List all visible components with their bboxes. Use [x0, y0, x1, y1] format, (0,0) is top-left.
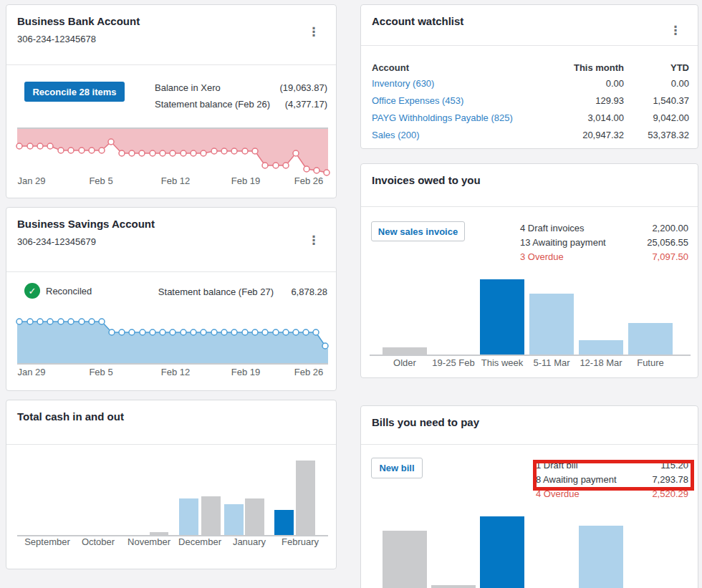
new-bill-button[interactable]: New bill — [371, 458, 423, 478]
card-title: Business Savings Account — [17, 218, 155, 230]
watchlist-row: PAYG Withholdings Payable (825) 3,014.00… — [372, 112, 689, 124]
invoices-owed-card: Invoices owed to you New sales invoice 4… — [360, 163, 698, 378]
reconcile-button[interactable]: Reconcile 28 items — [24, 82, 125, 102]
overdue-value: 2,520.29 — [652, 488, 688, 500]
watchlist-row: Sales (200) 20,947.32 53,378.32 — [372, 129, 689, 141]
awaiting-payment-row: 13 Awaiting payment 25,056.55 — [520, 237, 688, 249]
divider — [361, 444, 698, 445]
balance-label: Balance in Xero — [155, 82, 221, 94]
awaiting-payment-label: 13 Awaiting payment — [520, 237, 606, 249]
account-watchlist-card: Account watchlist ⋮ Account This month Y… — [360, 4, 698, 149]
svg-text:December: December — [178, 536, 222, 547]
awaiting-payment-row: 8 Awaiting payment 7,293.78 — [536, 474, 688, 486]
card-title: Invoices owed to you — [372, 174, 481, 186]
divider — [361, 206, 698, 207]
draft-invoices-row: 4 Draft invoices 2,200.00 — [520, 223, 688, 234]
this-month-value: 3,014.00 — [587, 112, 624, 124]
svg-text:Jan 29: Jan 29 — [17, 367, 45, 377]
watchlist-row: Office Expenses (453) 129.93 1,540.37 — [372, 95, 689, 107]
svg-text:Feb 12: Feb 12 — [161, 175, 190, 186]
ytd-value: 1,540.37 — [653, 95, 689, 107]
card-title: Bills you need to pay — [372, 416, 479, 428]
draft-invoices-label: 4 Draft invoices — [520, 223, 585, 234]
svg-text:Feb 26: Feb 26 — [294, 367, 323, 377]
divider — [361, 45, 698, 46]
account-link[interactable]: PAYG Withholdings Payable (825) — [372, 112, 513, 124]
overdue-value: 7,097.50 — [652, 251, 688, 263]
svg-text:Jan 29: Jan 29 — [17, 175, 45, 186]
xero-dashboard: Business Bank Account ⋮ 306-234-12345678… — [0, 0, 702, 588]
bills-bar-chart — [370, 509, 691, 588]
svg-text:Older: Older — [393, 357, 416, 368]
svg-text:12-18 Mar: 12-18 Mar — [580, 357, 622, 368]
account-number: 306-234-12345678 — [17, 34, 96, 44]
new-sales-invoice-button[interactable]: New sales invoice — [371, 221, 465, 241]
svg-text:5-11 Mar: 5-11 Mar — [533, 357, 570, 368]
overdue-row: 3 Overdue 7,097.50 — [520, 251, 688, 263]
svg-text:September: September — [24, 536, 70, 547]
svg-text:Feb 26: Feb 26 — [294, 175, 323, 186]
account-number: 306-234-12345679 — [17, 236, 96, 247]
this-month-value: 20,947.32 — [582, 129, 624, 141]
overdue-label: 3 Overdue — [520, 251, 564, 263]
bank-account-card: Business Bank Account ⋮ 306-234-12345678… — [6, 4, 337, 198]
column-header-account: Account — [372, 62, 409, 74]
svg-text:19-25 Feb: 19-25 Feb — [432, 357, 474, 368]
draft-invoices-value: 2,200.00 — [652, 223, 688, 234]
statement-value: 6,878.28 — [291, 286, 327, 298]
watchlist-header-row: Account This month YTD — [372, 62, 689, 74]
awaiting-payment-value: 7,293.78 — [652, 474, 688, 486]
divider — [6, 271, 336, 272]
divider — [6, 64, 336, 65]
cash-in-out-bar-chart: SeptemberOctoberNovemberDecemberJanuaryF… — [17, 444, 328, 551]
overdue-label: 4 Overdue — [536, 488, 580, 500]
svg-text:Feb 19: Feb 19 — [231, 367, 260, 377]
invoices-bar-chart: Older19-25 FebThis week5-11 Mar12-18 Mar… — [370, 271, 691, 376]
kebab-menu-icon[interactable]: ⋮ — [307, 25, 320, 41]
ytd-value: 9,042.00 — [653, 112, 689, 124]
statement-balance-row: Statement balance (Feb 26) (4,377.17) — [155, 99, 327, 110]
statement-balance-row: Statement balance (Feb 27) 6,878.28 — [155, 286, 327, 298]
awaiting-payment-value: 25,056.55 — [647, 237, 688, 249]
savings-balance-sparkline-chart: Jan 29Feb 5Feb 12Feb 19Feb 26 — [17, 311, 328, 382]
ytd-value: 0.00 — [671, 77, 689, 90]
kebab-menu-icon[interactable]: ⋮ — [307, 233, 320, 249]
total-cash-card: Total cash in and out SeptemberOctoberNo… — [6, 400, 337, 569]
account-link[interactable]: Sales (200) — [372, 129, 419, 141]
bank-balance-sparkline-chart: Jan 29Feb 5Feb 12Feb 19Feb 26 — [17, 124, 328, 193]
column-header-ytd: YTD — [670, 62, 689, 74]
svg-text:February: February — [282, 536, 319, 547]
draft-bill-value: 115.20 — [660, 460, 688, 471]
svg-text:Feb 19: Feb 19 — [231, 175, 260, 186]
savings-account-card: Business Savings Account ⋮ 306-234-12345… — [6, 207, 337, 391]
reconciled-status: Reconciled — [46, 286, 92, 297]
card-title: Total cash in and out — [17, 410, 124, 423]
reconciled-check-icon: ✓ — [24, 283, 40, 299]
card-title: Business Bank Account — [17, 15, 140, 27]
column-header-this-month: This month — [574, 62, 624, 74]
statement-label: Statement balance (Feb 27) — [158, 286, 274, 298]
statement-label: Statement balance (Feb 26) — [155, 99, 270, 110]
watchlist-row: Inventory (630) 0.00 0.00 — [372, 77, 689, 90]
svg-text:Feb 5: Feb 5 — [89, 175, 112, 186]
kebab-menu-icon[interactable]: ⋮ — [669, 24, 682, 39]
svg-text:Future: Future — [637, 357, 664, 368]
statement-value: (4,377.17) — [285, 99, 327, 110]
svg-text:This week: This week — [481, 357, 524, 368]
this-month-value: 129.93 — [595, 95, 624, 107]
draft-bill-label: 1 Draft bill — [536, 460, 578, 471]
balance-in-xero-row: Balance in Xero (19,063.87) — [155, 82, 327, 94]
svg-text:November: November — [128, 536, 171, 547]
overdue-row: 4 Overdue 2,520.29 — [536, 488, 688, 500]
awaiting-payment-label: 8 Awaiting payment — [536, 474, 617, 486]
svg-text:Feb 5: Feb 5 — [89, 367, 112, 377]
this-month-value: 0.00 — [606, 77, 624, 90]
account-link[interactable]: Office Expenses (453) — [372, 95, 463, 107]
account-link[interactable]: Inventory (630) — [372, 77, 434, 90]
draft-bill-row: 1 Draft bill 115.20 — [536, 460, 688, 471]
svg-text:January: January — [233, 536, 266, 547]
card-title: Account watchlist — [372, 15, 463, 27]
svg-text:Feb 12: Feb 12 — [161, 367, 190, 377]
svg-text:October: October — [82, 536, 115, 547]
balance-value: (19,063.87) — [280, 82, 328, 94]
